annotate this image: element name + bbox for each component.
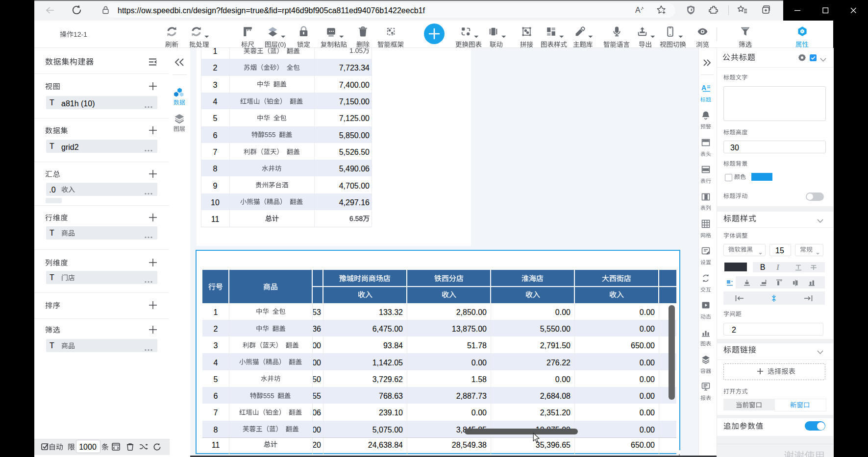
svg-text:A: A — [635, 6, 641, 14]
svg-text:A: A — [701, 84, 706, 92]
